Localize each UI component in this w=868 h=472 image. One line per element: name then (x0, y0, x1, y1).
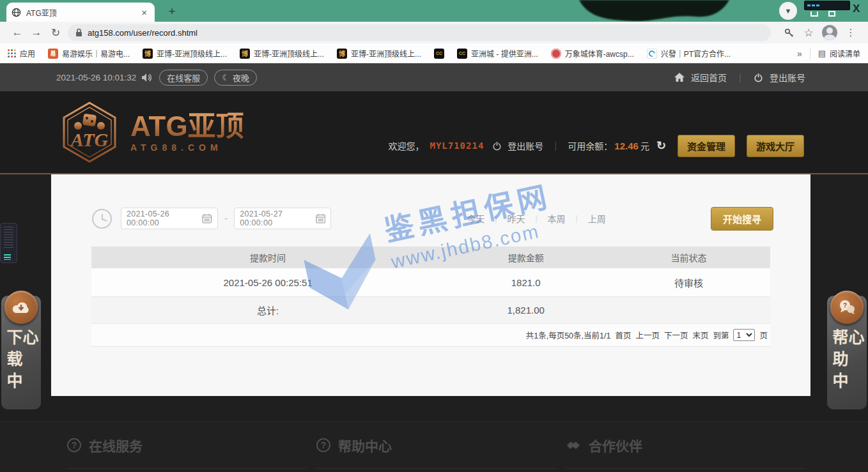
bookmark-item[interactable]: 博 亚博-亚洲顶级线上... (240, 48, 324, 59)
records-panel: 2021-05-26 00:00:00 - 2021-05-27 00:00:0… (51, 174, 810, 396)
left-edge-widget[interactable] (0, 223, 17, 263)
quick-link-this-week[interactable]: 本周 (548, 212, 566, 225)
yabo-favicon: 博 (240, 49, 250, 59)
divider: ｜ (551, 139, 560, 152)
xingfa-favicon (647, 49, 657, 59)
pagination-prev[interactable]: 上一页 (635, 329, 660, 341)
site-logo[interactable]: ATG ATG亚顶 ATG88.COM (59, 100, 244, 164)
url-text: atg158.com/user/record.shtml (88, 28, 198, 38)
col-header-status: 当前状态 (607, 251, 770, 264)
speaker-icon[interactable] (141, 73, 153, 82)
col-header-amount: 提款金额 (444, 251, 607, 264)
welcome-label: 欢迎您， (388, 139, 424, 152)
table-row: 2021-05-26 00:25:51 1821.0 待审核 (91, 268, 770, 297)
bookmark-item[interactable]: CC (434, 49, 444, 59)
reading-list-icon: ▤ (818, 49, 826, 58)
online-service-button[interactable]: 在线客服 (159, 70, 208, 86)
browser-tab[interactable]: ATG亚顶 × (6, 3, 155, 22)
window-close-button[interactable]: X (853, 3, 860, 15)
divider: | (535, 214, 537, 223)
cell-withdraw-amount: 1821.0 (444, 277, 607, 288)
start-search-button[interactable]: 开始搜寻 (711, 207, 773, 231)
wanxiangcheng-favicon (551, 49, 561, 59)
calendar-icon (316, 213, 326, 224)
bookmark-star-icon[interactable]: ☆ (799, 26, 818, 40)
footer-title: 合作伙伴 (589, 436, 642, 455)
back-icon[interactable]: ← (8, 26, 27, 39)
balance-refresh-icon[interactable]: ↻ (656, 139, 666, 153)
profile-avatar[interactable] (822, 25, 837, 40)
footer-title: 帮助中心 (338, 436, 392, 455)
pagination-summary: 共1条,每页50条,当前1/1 (526, 329, 611, 341)
titlebar-profile-button[interactable]: ▼ (779, 2, 797, 20)
address-field[interactable]: atg158.com/user/record.shtml (68, 24, 771, 41)
apps-shortcut[interactable]: 应用 (8, 48, 35, 59)
online-service-label: 在线客服 (167, 72, 200, 84)
page-select[interactable]: 1 (733, 329, 755, 341)
bookmarks-bar: 应用 易 易游娱乐｜易游电... 博 亚博-亚洲顶级线上... 博 亚博-亚洲顶… (0, 43, 868, 63)
date-to-input[interactable]: 2021-05-27 00:00:00 (234, 208, 331, 229)
pagination-next[interactable]: 下一页 (664, 329, 688, 341)
pagination-last[interactable]: 末页 (692, 329, 708, 341)
apps-grid-icon (8, 49, 16, 57)
power-icon (754, 73, 763, 82)
cell-withdraw-time: 2021-05-26 00:25:51 (91, 277, 444, 288)
bookmark-item[interactable]: 万象城体育-awcsp... (551, 48, 634, 59)
question-circle-icon: ? (316, 438, 330, 452)
divider: ｜ (736, 71, 745, 84)
yabo-favicon: 博 (143, 49, 153, 59)
moon-icon: ☾ (222, 73, 229, 82)
site-utility-bar: 2021-05-26 10:01:32 在线客服 ☾ 夜晚 返回首页 ｜ (0, 63, 868, 91)
menu-dots-icon[interactable]: ⋮ (841, 27, 860, 38)
bookmark-item[interactable]: CC 亚洲城 - 提供亚洲... (457, 48, 538, 59)
forward-icon[interactable]: → (27, 26, 46, 39)
pagination-first[interactable]: 首页 (615, 329, 631, 341)
goto-prefix: 到第 (713, 329, 729, 341)
quick-link-last-week[interactable]: 上周 (588, 212, 606, 225)
header-logout-link[interactable]: 登出账号 (508, 139, 543, 152)
cell-total-amount: 1,821.00 (444, 305, 607, 316)
bookmark-item[interactable]: 博 亚博-亚洲顶级线上... (337, 48, 421, 59)
bookmarks-overflow-icon[interactable]: » (797, 49, 802, 59)
table-header-row: 提款时间 提款金额 当前状态 (91, 247, 770, 268)
back-home-link[interactable]: 返回首页 (691, 71, 727, 84)
bookmark-item[interactable]: 博 亚博-亚洲顶级线上... (143, 48, 227, 59)
bookmark-label: 亚博-亚洲顶级线上... (157, 48, 227, 59)
logout-link[interactable]: 登出账号 (770, 71, 805, 84)
help-chat-icon[interactable]: ? (830, 291, 864, 324)
bookmark-label: 亚博-亚洲顶级线上... (351, 48, 421, 59)
refresh-icon[interactable]: ↻ (46, 26, 65, 40)
goto-suffix: 页 (759, 329, 768, 341)
question-circle-icon: ? (67, 438, 81, 452)
widget-teal-mark (4, 254, 11, 260)
cc-favicon: CC (457, 49, 467, 59)
tab-close-icon[interactable]: × (139, 7, 150, 18)
home-icon (674, 73, 685, 82)
funds-management-button[interactable]: 资金管理 (678, 135, 735, 157)
date-range-separator: - (224, 213, 228, 224)
logo-title: ATG亚顶 (130, 112, 244, 141)
reading-list-button[interactable]: ▤ 阅读清单 (818, 48, 860, 59)
night-mode-button[interactable]: ☾ 夜晚 (214, 70, 257, 86)
clock-icon (92, 209, 112, 229)
cloud-download-icon[interactable] (4, 291, 38, 324)
site-datetime: 2021-05-26 10:01:32 (56, 73, 136, 82)
bookmark-item[interactable]: 兴發｜PT官方合作... (647, 48, 731, 59)
date-to-value: 2021-05-27 00:00:00 (240, 209, 315, 227)
browser-titlebar: ATG亚顶 × + ▼ X (0, 0, 868, 22)
window-minimize-button[interactable] (810, 11, 818, 17)
quick-link-yesterday[interactable]: 昨天 (507, 212, 525, 225)
quick-link-today[interactable]: 今天 (467, 212, 484, 225)
date-from-input[interactable]: 2021-05-26 00:00:00 (121, 208, 218, 229)
game-lobby-button[interactable]: 游戏大厅 (747, 135, 804, 157)
tab-title: ATG亚顶 (26, 7, 139, 18)
new-tab-button[interactable]: + (164, 3, 180, 20)
key-icon[interactable] (780, 27, 799, 38)
bookmark-item[interactable]: 易 易游娱乐｜易游电... (48, 48, 130, 59)
svg-text:ATG: ATG (70, 129, 109, 150)
window-restore-button[interactable] (828, 11, 835, 17)
table-total-row: 总计: 1,821.00 (91, 297, 770, 324)
col-header-time: 提款时间 (91, 251, 444, 264)
balance-unit: 元 (640, 139, 649, 152)
screen: ATG亚顶 × + ▼ X ← → ↻ atg158.com/user/reco… (0, 0, 868, 472)
